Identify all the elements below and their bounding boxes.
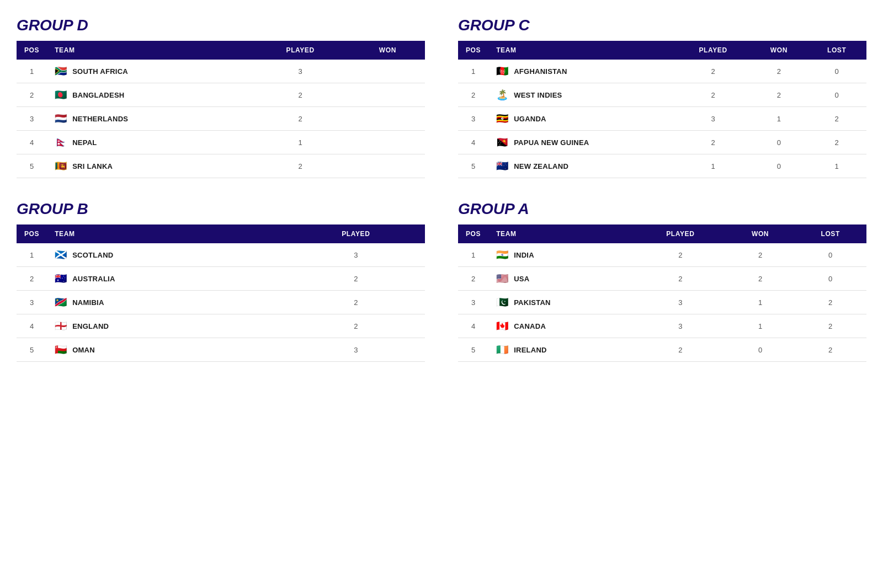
table-row: 2🇺🇸USA220 xyxy=(458,267,866,291)
col-header-team: TEAM xyxy=(488,224,635,243)
groups-container: GROUP DPOSTEAMPLAYEDWON1🇿🇦SOUTH AFRICA32… xyxy=(17,17,866,362)
team-flag: 🇿🇦 xyxy=(55,66,67,76)
group-d-title: GROUP D xyxy=(17,17,425,34)
team-cell: 🇮🇳INDIA xyxy=(488,243,635,267)
team-lost: 0 xyxy=(794,243,866,267)
team-cell: 🇵🇰PAKISTAN xyxy=(488,291,635,314)
team-name: NEW ZEALAND xyxy=(514,162,568,170)
team-played: 3 xyxy=(287,338,425,362)
team-name: CANADA xyxy=(514,322,546,330)
team-won: 1 xyxy=(726,314,795,338)
team-played: 2 xyxy=(675,60,751,83)
team-name: NETHERLANDS xyxy=(72,115,128,123)
table-row: 4🇨🇦CANADA312 xyxy=(458,314,866,338)
col-header-played: PLAYED xyxy=(675,41,751,60)
team-played: 2 xyxy=(675,83,751,107)
group-a-title: GROUP A xyxy=(458,200,866,218)
col-header-lost: LOST xyxy=(794,224,866,243)
col-header-won: WON xyxy=(751,41,807,60)
team-played: 2 xyxy=(251,154,350,178)
col-header-played: PLAYED xyxy=(251,41,350,60)
team-pos: 4 xyxy=(17,131,47,154)
team-pos: 5 xyxy=(17,338,47,362)
table-row: 1🇿🇦SOUTH AFRICA3 xyxy=(17,60,425,83)
table-row: 1🇮🇳INDIA220 xyxy=(458,243,866,267)
table-row: 1🏴󠁧󠁢󠁳󠁣󠁴󠁿SCOTLAND3 xyxy=(17,243,425,267)
team-cell: 🇳🇦NAMIBIA xyxy=(47,291,287,314)
col-header-won: WON xyxy=(350,41,425,60)
team-flag: 🇦🇫 xyxy=(496,66,508,76)
table-row: 1🇦🇫AFGHANISTAN220 xyxy=(458,60,866,83)
team-pos: 1 xyxy=(458,243,488,267)
team-pos: 2 xyxy=(458,267,488,291)
team-name: SCOTLAND xyxy=(72,251,113,259)
team-flag: 🇦🇺 xyxy=(55,274,67,284)
team-cell: 🇦🇺AUSTRALIA xyxy=(47,267,287,291)
table-row: 3🇵🇰PAKISTAN312 xyxy=(458,291,866,314)
team-lost: 2 xyxy=(807,131,866,154)
team-played: 2 xyxy=(287,291,425,314)
team-cell: 🇳🇵NEPAL xyxy=(47,131,250,154)
team-flag: 🇳🇿 xyxy=(496,161,508,171)
table-row: 2🇦🇺AUSTRALIA2 xyxy=(17,267,425,291)
team-cell: 🇺🇸USA xyxy=(488,267,635,291)
group-d-table: POSTEAMPLAYEDWON1🇿🇦SOUTH AFRICA32🇧🇩BANGL… xyxy=(17,41,425,178)
team-pos: 1 xyxy=(17,60,47,83)
col-header-played: PLAYED xyxy=(635,224,726,243)
team-flag: 🇨🇦 xyxy=(496,321,508,331)
team-pos: 5 xyxy=(17,154,47,178)
team-pos: 3 xyxy=(458,107,488,131)
col-header-lost: LOST xyxy=(807,41,866,60)
team-cell: 🇿🇦SOUTH AFRICA xyxy=(47,60,250,83)
table-row: 5🇴🇲OMAN3 xyxy=(17,338,425,362)
team-flag: 🇴🇲 xyxy=(55,345,67,355)
team-played: 1 xyxy=(675,154,751,178)
team-flag: 🇮🇪 xyxy=(496,345,508,355)
team-cell: 🇳🇱NETHERLANDS xyxy=(47,107,250,131)
team-name: INDIA xyxy=(514,251,534,259)
team-name: NEPAL xyxy=(72,138,97,147)
team-played: 2 xyxy=(287,314,425,338)
team-won: 1 xyxy=(751,107,807,131)
team-cell: 🇱🇰SRI LANKA xyxy=(47,154,250,178)
team-won: 0 xyxy=(751,131,807,154)
table-row: 3🇺🇬UGANDA312 xyxy=(458,107,866,131)
team-flag: 🇳🇱 xyxy=(55,114,67,124)
team-pos: 4 xyxy=(458,314,488,338)
team-pos: 3 xyxy=(17,291,47,314)
team-name: OMAN xyxy=(72,346,95,354)
team-lost: 0 xyxy=(794,267,866,291)
team-won xyxy=(350,131,425,154)
team-won: 2 xyxy=(751,60,807,83)
team-lost: 1 xyxy=(807,154,866,178)
group-a-table: POSTEAMPLAYEDWONLOST1🇮🇳INDIA2202🇺🇸USA220… xyxy=(458,224,866,362)
table-row: 5🇱🇰SRI LANKA2 xyxy=(17,154,425,178)
team-flag: 🏴󠁧󠁢󠁥󠁮󠁧󠁿 xyxy=(55,321,67,331)
team-name: BANGLADESH xyxy=(72,91,124,99)
col-header-pos: POS xyxy=(458,41,488,60)
team-lost: 2 xyxy=(807,107,866,131)
team-cell: 🇴🇲OMAN xyxy=(47,338,287,362)
team-lost: 2 xyxy=(794,338,866,362)
team-won: 0 xyxy=(726,338,795,362)
team-lost: 2 xyxy=(794,314,866,338)
table-row: 4🇵🇬PAPUA NEW GUINEA202 xyxy=(458,131,866,154)
team-cell: 🇧🇩BANGLADESH xyxy=(47,83,250,107)
team-cell: 🏝️WEST INDIES xyxy=(488,83,675,107)
col-header-pos: POS xyxy=(17,41,47,60)
team-played: 2 xyxy=(287,267,425,291)
team-flag: 🇵🇬 xyxy=(496,137,508,147)
team-pos: 3 xyxy=(17,107,47,131)
col-header-played: PLAYED xyxy=(287,224,425,243)
team-won xyxy=(350,60,425,83)
group-d: GROUP DPOSTEAMPLAYEDWON1🇿🇦SOUTH AFRICA32… xyxy=(17,17,425,178)
group-a: GROUP APOSTEAMPLAYEDWONLOST1🇮🇳INDIA2202🇺… xyxy=(458,200,866,362)
team-pos: 5 xyxy=(458,154,488,178)
team-name: NAMIBIA xyxy=(72,298,104,307)
col-header-pos: POS xyxy=(458,224,488,243)
col-header-team: TEAM xyxy=(488,41,675,60)
team-played: 3 xyxy=(287,243,425,267)
table-row: 4🇳🇵NEPAL1 xyxy=(17,131,425,154)
table-row: 3🇳🇦NAMIBIA2 xyxy=(17,291,425,314)
team-flag: 🇳🇵 xyxy=(55,137,67,147)
